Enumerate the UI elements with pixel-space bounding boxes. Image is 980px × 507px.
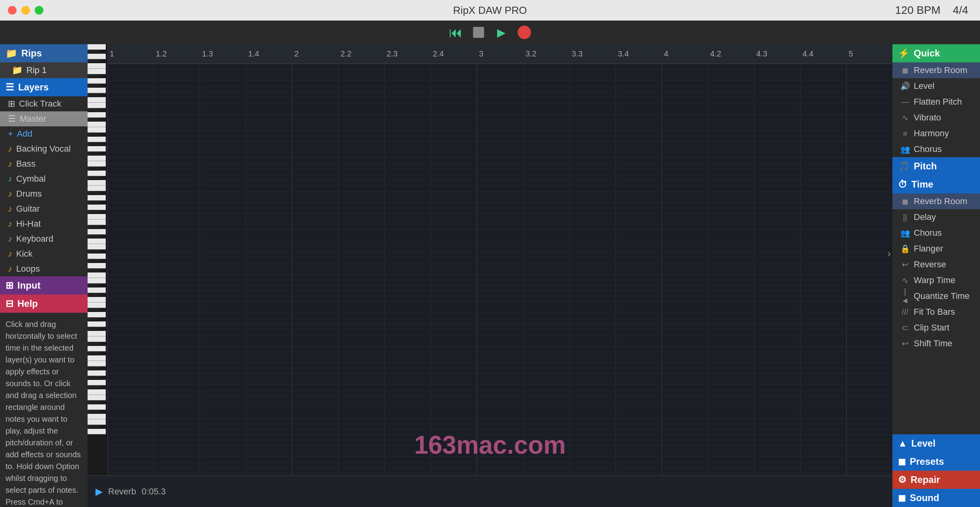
right-item-flanger[interactable]: 🔒 Flanger — [892, 241, 980, 257]
piano-key-black[interactable] — [88, 50, 99, 54]
piano-key-white[interactable] — [88, 44, 106, 50]
pitch-header[interactable]: 🎵 Pitch — [892, 157, 980, 175]
piano-key-black[interactable] — [88, 167, 99, 171]
piano-key-black[interactable] — [88, 118, 99, 122]
piano-key-white[interactable] — [88, 244, 106, 250]
close-button[interactable] — [8, 6, 17, 15]
right-item-reverse[interactable]: ↩ Reverse — [892, 257, 980, 272]
layer-keyboard[interactable]: ♪ Keyboard — [0, 231, 88, 246]
play-button[interactable]: ▶ — [494, 25, 509, 40]
piano-key-white[interactable] — [88, 63, 106, 69]
layer-bass[interactable]: ♪ Bass — [0, 156, 88, 171]
piano-key-white[interactable] — [88, 220, 106, 225]
piano-key-white[interactable] — [88, 321, 106, 327]
right-item-warp-time[interactable]: ∿ Warp Time — [892, 272, 980, 288]
rip-1-item[interactable]: 📁 Rip 1 — [0, 62, 88, 78]
grid-area[interactable] — [107, 64, 892, 475]
record-button[interactable] — [517, 25, 532, 40]
piano-key-white[interactable] — [88, 380, 106, 385]
time-header[interactable]: ⏱ Time — [892, 175, 980, 193]
piano-key-white[interactable] — [88, 103, 106, 108]
piano-key-black[interactable] — [88, 327, 99, 331]
layer-guitar[interactable]: ♪ Guitar — [0, 201, 88, 216]
piano-key-white[interactable] — [88, 127, 106, 133]
piano-key-black[interactable] — [88, 133, 99, 137]
piano-key-black[interactable] — [88, 74, 99, 78]
layer-kick[interactable]: ♪ Kick — [0, 246, 88, 261]
piano-key-white[interactable] — [88, 97, 106, 103]
piano-key-black[interactable] — [88, 293, 99, 297]
piano-key-white[interactable] — [88, 205, 106, 210]
piano-key-white[interactable] — [88, 78, 106, 84]
piano-key-white[interactable] — [88, 272, 106, 278]
right-item-shift-time[interactable]: ↩ Shift Time — [892, 336, 980, 351]
piano-key-black[interactable] — [88, 210, 99, 214]
right-item-reverb-room-time[interactable]: ◼ Reverb Room — [892, 193, 980, 209]
piano-key-white[interactable] — [88, 355, 106, 361]
level-header[interactable]: ▲ Level — [892, 434, 980, 453]
help-section-header[interactable]: ⊟ Help — [0, 295, 88, 313]
piano-key-white[interactable] — [88, 137, 106, 142]
sound-header[interactable]: ◼ Sound — [892, 489, 980, 507]
right-item-quantize-time[interactable]: |◄ Quantize Time — [892, 288, 980, 304]
piano-key-white[interactable] — [88, 414, 106, 419]
layer-master[interactable]: ☰ Master — [0, 111, 88, 126]
layer-click-track[interactable]: ⊞ Click Track — [0, 96, 88, 111]
repair-header[interactable]: ⚙ Repair — [892, 471, 980, 489]
piano-key-white[interactable] — [88, 278, 106, 284]
right-item-vibrato[interactable]: ∿ Vibrato — [892, 110, 980, 126]
piano-key-white[interactable] — [88, 88, 106, 93]
right-item-fit-to-bars[interactable]: /// Fit To Bars — [892, 304, 980, 320]
layers-header[interactable]: ☰ Layers — [0, 78, 88, 96]
piano-key-black[interactable] — [88, 284, 99, 287]
piano-key-white[interactable] — [88, 146, 106, 152]
piano-key-white[interactable] — [88, 331, 106, 336]
piano-key-black[interactable] — [88, 351, 99, 355]
piano-key-white[interactable] — [88, 361, 106, 366]
piano-key-white[interactable] — [88, 229, 106, 235]
edge-collapse-icon[interactable]: › — [887, 247, 891, 260]
presets-header[interactable]: ◼ Presets — [892, 453, 980, 471]
piano-key-black[interactable] — [88, 400, 99, 404]
piano-key-white[interactable] — [88, 195, 106, 201]
piano-key-black[interactable] — [88, 176, 99, 180]
piano-key-white[interactable] — [88, 171, 106, 176]
piano-key-black[interactable] — [88, 342, 99, 346]
rips-header[interactable]: 📁 Rips — [0, 44, 88, 62]
piano-key-black[interactable] — [88, 59, 99, 63]
piano-key-white[interactable] — [88, 336, 106, 342]
piano-key-black[interactable] — [88, 191, 99, 195]
piano-key-white[interactable] — [88, 312, 106, 317]
piano-key-white[interactable] — [88, 54, 106, 59]
piano-key-black[interactable] — [88, 235, 99, 238]
piano-key-white[interactable] — [88, 404, 106, 410]
piano-key-white[interactable] — [88, 156, 106, 161]
piano-key-black[interactable] — [88, 84, 99, 88]
right-item-clip-start[interactable]: ⊂ Clip Start — [892, 320, 980, 336]
quick-header[interactable]: ⚡ Quick — [892, 44, 980, 62]
layer-drums[interactable]: ♪ Drums — [0, 186, 88, 201]
piano-key-white[interactable] — [88, 297, 106, 302]
right-item-chorus-quick[interactable]: 👥 Chorus — [892, 141, 980, 157]
right-item-level[interactable]: 🔊 Level — [892, 78, 980, 94]
piano-key-black[interactable] — [88, 366, 99, 370]
piano-key-white[interactable] — [88, 370, 106, 376]
piano-key-white[interactable] — [88, 302, 106, 308]
piano-key-white[interactable] — [88, 112, 106, 118]
piano-key-white[interactable] — [88, 287, 106, 293]
piano-key-black[interactable] — [88, 259, 99, 263]
piano-key-white[interactable] — [88, 214, 106, 220]
right-item-flatten-pitch[interactable]: — Flatten Pitch — [892, 94, 980, 110]
stop-button[interactable] — [471, 25, 486, 40]
piano-key-black[interactable] — [88, 410, 99, 414]
piano-key-white[interactable] — [88, 69, 106, 74]
piano-key-black[interactable] — [88, 152, 99, 156]
piano-key-black[interactable] — [88, 225, 99, 229]
piano-key-black[interactable] — [88, 376, 99, 380]
piano-key-white[interactable] — [88, 238, 106, 244]
skip-back-button[interactable]: ⏮ — [448, 25, 463, 40]
piano-key-white[interactable] — [88, 346, 106, 351]
piano-key-white[interactable] — [88, 180, 106, 186]
piano-key-white[interactable] — [88, 263, 106, 269]
piano-key-white[interactable] — [88, 254, 106, 259]
